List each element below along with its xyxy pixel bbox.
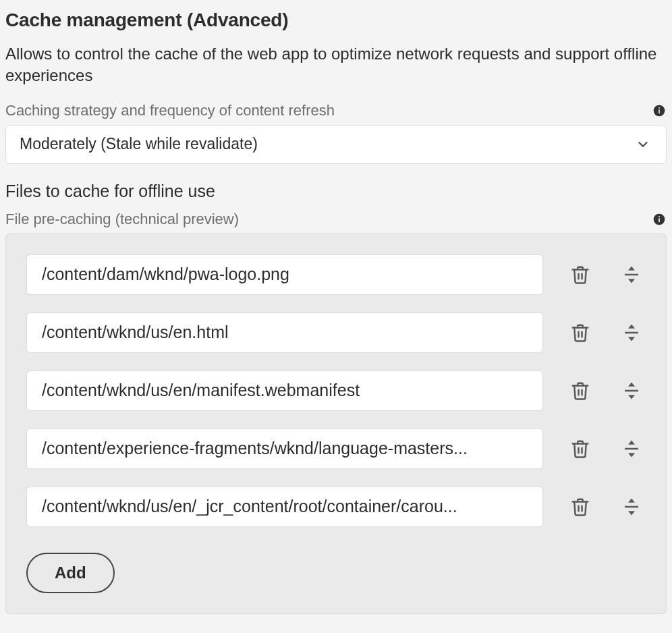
section-description: Allows to control the cache of the web a… (5, 43, 667, 87)
reorder-button[interactable] (617, 260, 646, 289)
info-icon[interactable] (652, 103, 667, 118)
reorder-icon (621, 265, 642, 285)
caching-strategy-value: Moderately (Stale while revalidate) (20, 135, 258, 153)
delete-button[interactable] (566, 260, 594, 289)
svg-rect-5 (659, 216, 660, 217)
list-item: /content/wknd/us/en.html (26, 312, 646, 353)
delete-button[interactable] (566, 435, 594, 463)
reorder-button[interactable] (617, 493, 646, 521)
list-item: /content/dam/wknd/pwa-logo.png (26, 254, 646, 295)
trash-icon (570, 323, 590, 343)
strategy-label: Caching strategy and frequency of conten… (5, 102, 335, 119)
reorder-button[interactable] (617, 377, 646, 405)
info-icon[interactable] (652, 212, 667, 227)
chevron-down-icon (634, 135, 652, 154)
cache-management-panel: Cache management (Advanced) Allows to co… (5, 9, 667, 614)
trash-icon (570, 497, 590, 517)
trash-icon (570, 381, 590, 401)
list-item: /content/wknd/us/en/_jcr_content/root/co… (26, 487, 646, 527)
svg-rect-1 (659, 109, 660, 113)
file-path-input[interactable]: /content/dam/wknd/pwa-logo.png (26, 254, 543, 295)
svg-rect-4 (659, 218, 660, 222)
delete-button[interactable] (566, 319, 594, 347)
reorder-icon (621, 323, 642, 343)
add-button[interactable]: Add (26, 553, 115, 593)
list-item: /content/experience-fragments/wknd/langu… (26, 429, 646, 469)
trash-icon (570, 265, 590, 285)
list-item: /content/wknd/us/en/manifest.webmanifest (26, 370, 646, 411)
svg-rect-8 (625, 390, 638, 392)
precache-label-row: File pre-caching (technical preview) (5, 211, 667, 228)
svg-rect-9 (625, 448, 638, 450)
caching-strategy-select[interactable]: Moderately (Stale while revalidate) (5, 125, 667, 164)
delete-button[interactable] (566, 493, 594, 521)
svg-rect-2 (659, 107, 660, 109)
file-path-input[interactable]: /content/wknd/us/en/manifest.webmanifest (26, 370, 543, 411)
strategy-label-row: Caching strategy and frequency of conten… (5, 102, 667, 119)
reorder-icon (621, 381, 642, 401)
delete-button[interactable] (566, 377, 594, 405)
precache-list: /content/dam/wknd/pwa-logo.png /content/… (5, 233, 667, 614)
file-path-input[interactable]: /content/wknd/us/en.html (26, 312, 543, 353)
reorder-button[interactable] (617, 319, 646, 347)
svg-rect-7 (625, 332, 638, 334)
trash-icon (570, 439, 590, 459)
file-path-input[interactable]: /content/wknd/us/en/_jcr_content/root/co… (26, 487, 543, 527)
section-title: Cache management (Advanced) (5, 9, 667, 31)
reorder-button[interactable] (617, 435, 646, 463)
reorder-icon (621, 497, 642, 517)
svg-rect-6 (625, 274, 638, 276)
file-path-input[interactable]: /content/experience-fragments/wknd/langu… (26, 429, 543, 469)
reorder-icon (621, 439, 642, 459)
svg-rect-10 (625, 506, 638, 508)
precache-label: File pre-caching (technical preview) (5, 211, 239, 228)
precache-heading: Files to cache for offline use (5, 182, 667, 201)
